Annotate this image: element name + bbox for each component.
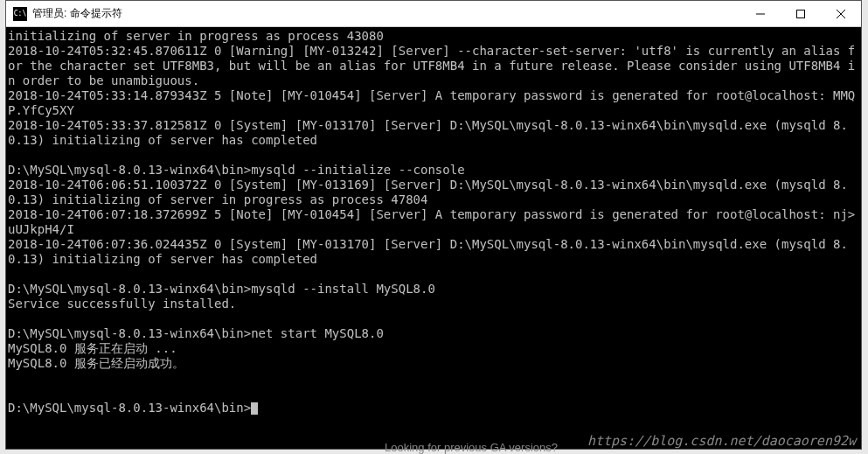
minimize-icon	[756, 10, 765, 18]
maximize-button[interactable]	[781, 1, 821, 26]
console-line: 2018-10-24T06:07:18.372699Z 5 [Note] [MY…	[8, 207, 861, 237]
console-line: MySQL8.0 服务已经启动成功。	[8, 356, 861, 371]
console-line: 2018-10-24T06:07:36.024435Z 0 [System] […	[8, 237, 861, 267]
console-line: D:\MySQL\mysql-8.0.13-winx64\bin>net sta…	[8, 326, 861, 341]
app-icon: C:\	[13, 7, 27, 21]
close-button[interactable]	[821, 1, 861, 26]
console-line	[8, 371, 861, 386]
console-line	[8, 267, 861, 282]
maximize-icon	[796, 10, 805, 18]
console-line: 2018-10-24T06:06:51.100372Z 0 [System] […	[8, 178, 861, 207]
console-line: 2018-10-24T05:33:37.812581Z 0 [System] […	[8, 118, 861, 148]
window-title: 管理员: 命令提示符	[32, 6, 740, 21]
command-prompt-window: C:\ 管理员: 命令提示符 initializing of server in…	[5, 0, 862, 450]
console-line: 2018-10-24T05:33:14.879343Z 5 [Note] [MY…	[8, 88, 861, 118]
console-line	[8, 386, 861, 401]
console-line: D:\MySQL\mysql-8.0.13-winx64\bin>mysqld …	[8, 282, 861, 297]
console-line	[8, 311, 861, 326]
console-output[interactable]: initializing of server in progress as pr…	[6, 27, 861, 449]
console-line: D:\MySQL\mysql-8.0.13-winx64\bin>mysqld …	[8, 163, 861, 178]
cursor	[251, 402, 258, 415]
console-line: D:\MySQL\mysql-8.0.13-winx64\bin>	[8, 401, 861, 416]
console-line: initializing of server in progress as pr…	[8, 29, 861, 44]
console-line: 2018-10-24T05:32:45.870611Z 0 [Warning] …	[8, 44, 861, 88]
console-line: Service successfully installed.	[8, 297, 861, 311]
titlebar[interactable]: C:\ 管理员: 命令提示符	[6, 1, 861, 27]
console-line	[8, 148, 861, 163]
window-controls	[740, 1, 861, 26]
minimize-button[interactable]	[740, 1, 781, 26]
background-page-text: Looking for previous GA versions?	[385, 441, 558, 454]
close-icon	[837, 10, 845, 18]
svg-rect-1	[797, 10, 805, 17]
console-line: MySQL8.0 服务正在启动 ...	[8, 341, 861, 356]
